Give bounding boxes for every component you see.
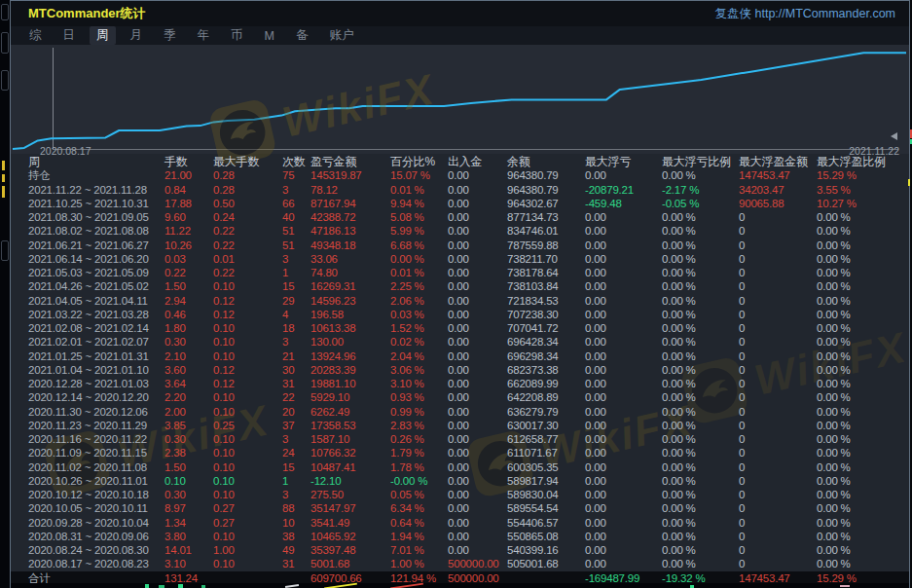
cell-pnl: 20283.39 bbox=[310, 363, 390, 377]
header-lots: 手数 bbox=[164, 155, 213, 168]
equity-curve bbox=[13, 53, 906, 149]
cell-pnl: 14596.23 bbox=[310, 294, 390, 308]
cell-deposit: 0.00 bbox=[448, 446, 507, 459]
cell-pnl: 16269.31 bbox=[310, 279, 390, 293]
table-row[interactable]: 2021.05.03 ~ 2021.05.090.220.22174.800.0… bbox=[11, 266, 909, 279]
cell-max-float-loss: 0.00 bbox=[585, 252, 662, 266]
title-bar: MTCommander统计 复盘侠 http://MTCommander.com bbox=[11, 1, 909, 26]
menu-item-currency[interactable]: 币 bbox=[224, 26, 250, 45]
cell-pnl: 5929.10 bbox=[310, 390, 390, 404]
table-row[interactable]: 2020.09.28 ~ 2020.10.041.340.27103541.49… bbox=[11, 516, 909, 530]
menu-item-account[interactable]: 账户 bbox=[322, 26, 360, 45]
table-row[interactable]: 2020.11.23 ~ 2020.11.293.850.253717358.5… bbox=[11, 419, 909, 432]
cell-deposit: 0.00 bbox=[448, 405, 507, 419]
cell-count: 18 bbox=[282, 321, 310, 335]
cell-count: 51 bbox=[282, 224, 310, 238]
menu-item-day[interactable]: 日 bbox=[56, 26, 83, 45]
cell-period: 2020.10.05 ~ 2020.10.11 bbox=[28, 501, 164, 515]
table-row[interactable]: 2020.12.14 ~ 2020.12.202.200.10225929.10… bbox=[11, 390, 909, 404]
cell-pnl: 10465.92 bbox=[310, 530, 390, 543]
table-row[interactable]: 2020.10.05 ~ 2020.10.118.970.278835147.9… bbox=[11, 501, 909, 515]
menu-item-note[interactable]: 备 bbox=[289, 26, 315, 45]
table-row[interactable]: 2020.11.02 ~ 2020.11.081.500.101510487.4… bbox=[11, 460, 909, 474]
cell-max-float-profit: 0 bbox=[739, 543, 817, 557]
table-row[interactable]: 2020.11.16 ~ 2020.11.220.300.1031587.100… bbox=[11, 432, 909, 446]
menu-item-quarter[interactable]: 季 bbox=[157, 26, 183, 45]
table-row[interactable]: 2021.04.26 ~ 2021.05.021.500.101516269.3… bbox=[11, 279, 909, 293]
cell-period: 2021.08.30 ~ 2021.09.05 bbox=[28, 210, 164, 224]
cell-max-lots: 0.10 bbox=[213, 335, 282, 349]
table-row[interactable]: 2020.10.26 ~ 2020.11.010.100.101-12.10-0… bbox=[11, 474, 909, 488]
cell-count: 3 bbox=[282, 335, 310, 349]
cell-max-lots: 0.12 bbox=[213, 363, 282, 377]
cell-lots: 3.10 bbox=[164, 557, 213, 570]
cell-max-float-loss-pct: 0.00 % bbox=[662, 266, 739, 279]
table-row[interactable]: 2020.11.09 ~ 2020.11.152.380.102410766.3… bbox=[11, 446, 909, 459]
cell-max-float-loss: 0.00 bbox=[585, 308, 662, 321]
cell-pnl: 5001.68 bbox=[310, 557, 390, 570]
cell-pnl: 78.12 bbox=[310, 183, 390, 197]
table-row[interactable]: 2020.08.31 ~ 2020.09.063.800.103810465.9… bbox=[11, 530, 909, 543]
table-row[interactable]: 2021.01.25 ~ 2021.01.312.100.102113924.9… bbox=[11, 349, 909, 363]
menu-item-month[interactable]: 月 bbox=[124, 26, 150, 45]
cell-max-float-profit: 0 bbox=[739, 279, 817, 293]
cell-pnl: -12.10 bbox=[310, 474, 390, 488]
cell-max-lots: 0.28 bbox=[213, 168, 282, 182]
cell-pct: 5.08 % bbox=[390, 210, 448, 224]
table-row[interactable]: 2021.06.14 ~ 2021.06.200.030.01333.060.0… bbox=[11, 252, 909, 266]
table-row[interactable]: 持仓21.000.2875145319.8715.07 %0.00964380.… bbox=[11, 168, 909, 182]
cell-max-float-profit: 0 bbox=[739, 266, 817, 279]
cell-pnl: 196.58 bbox=[310, 308, 390, 321]
table-row[interactable]: 2020.12.28 ~ 2021.01.033.640.123119881.1… bbox=[11, 377, 909, 390]
cell-count: 21 bbox=[282, 349, 310, 363]
menu-item-week[interactable]: 周 bbox=[90, 26, 116, 45]
cell-count: 22 bbox=[282, 390, 310, 404]
cell-max-float-profit-pct: 0.00 % bbox=[817, 474, 909, 488]
menu-item-M[interactable]: M bbox=[258, 28, 281, 44]
menu-item-summary[interactable]: 综 bbox=[22, 26, 49, 45]
cell-balance: 505001.68 bbox=[507, 557, 585, 570]
cell-count: 3 bbox=[282, 488, 310, 501]
table-row[interactable]: 2021.01.04 ~ 2021.01.103.600.123020283.3… bbox=[11, 363, 909, 377]
table-row[interactable]: 2021.02.01 ~ 2021.02.070.300.103130.000.… bbox=[11, 335, 909, 349]
equity-chart[interactable]: 2020.08.17 2021.11.22 bbox=[11, 45, 909, 154]
table-row[interactable]: 2021.08.02 ~ 2021.08.0811.220.225147186.… bbox=[11, 224, 909, 238]
cell-pct: 7.01 % bbox=[390, 543, 448, 557]
cell-max-float-loss: 0.00 bbox=[585, 321, 662, 335]
cell-max-float-profit-pct: 0.00 % bbox=[817, 349, 909, 363]
cell-pct: 9.94 % bbox=[390, 197, 448, 210]
table-row[interactable]: 2020.08.24 ~ 2020.08.3014.011.004935397.… bbox=[11, 543, 909, 557]
cell-max-float-loss-pct: 0.00 % bbox=[662, 168, 739, 182]
brand-link[interactable]: 复盘侠 http://MTCommander.com bbox=[715, 6, 895, 22]
table-row[interactable]: 2021.04.05 ~ 2021.04.112.940.122914596.2… bbox=[11, 294, 909, 308]
cell-max-float-profit-pct: 3.55 % bbox=[817, 183, 909, 197]
cell-max-float-profit-pct: 0.00 % bbox=[817, 530, 909, 543]
table-row[interactable]: 2021.06.21 ~ 2021.06.2710.260.225149348.… bbox=[11, 239, 909, 252]
cell-pct: 0.93 % bbox=[390, 390, 448, 404]
table-row[interactable]: 2021.03.22 ~ 2021.03.280.460.124196.580.… bbox=[11, 308, 909, 321]
table-row[interactable]: 2020.11.30 ~ 2020.12.062.000.10206262.49… bbox=[11, 405, 909, 419]
cell-max-lots: 0.10 bbox=[213, 405, 282, 419]
cell-count: 10 bbox=[282, 516, 310, 530]
cell-max-float-loss: 0.00 bbox=[585, 335, 662, 349]
cell-pnl: 74.80 bbox=[310, 266, 390, 279]
cell-count: 20 bbox=[282, 405, 310, 419]
background-artifact bbox=[178, 584, 183, 588]
cell-balance: 721834.53 bbox=[507, 294, 585, 308]
cell-deposit: 0.00 bbox=[448, 335, 507, 349]
cell-pct: 0.03 % bbox=[390, 308, 448, 321]
cell-lots: 2.38 bbox=[164, 446, 213, 459]
cell-balance: 964302.67 bbox=[507, 197, 585, 210]
cell-max-float-loss-pct: 0.00 % bbox=[662, 516, 739, 530]
cell-lots: 1.50 bbox=[164, 460, 213, 474]
menu-item-year[interactable]: 年 bbox=[191, 26, 217, 45]
cell-period: 2020.08.31 ~ 2020.09.06 bbox=[28, 530, 164, 543]
table-row[interactable]: 2021.10.25 ~ 2021.10.3117.880.506687167.… bbox=[11, 197, 909, 210]
mtcommander-window: MTCommander统计 复盘侠 http://MTCommander.com… bbox=[10, 0, 910, 588]
background-artifact bbox=[324, 583, 357, 588]
table-row[interactable]: 2020.10.12 ~ 2020.10.180.300.103275.500.… bbox=[11, 488, 909, 501]
table-row[interactable]: 2021.08.30 ~ 2021.09.059.600.244042388.7… bbox=[11, 210, 909, 224]
table-row[interactable]: 2021.02.08 ~ 2021.02.141.800.101810613.3… bbox=[11, 321, 909, 335]
table-row[interactable]: 2021.11.22 ~ 2021.11.280.840.28378.120.0… bbox=[11, 183, 909, 197]
table-row[interactable]: 2020.08.17 ~ 2020.08.233.100.10315001.68… bbox=[11, 557, 909, 570]
